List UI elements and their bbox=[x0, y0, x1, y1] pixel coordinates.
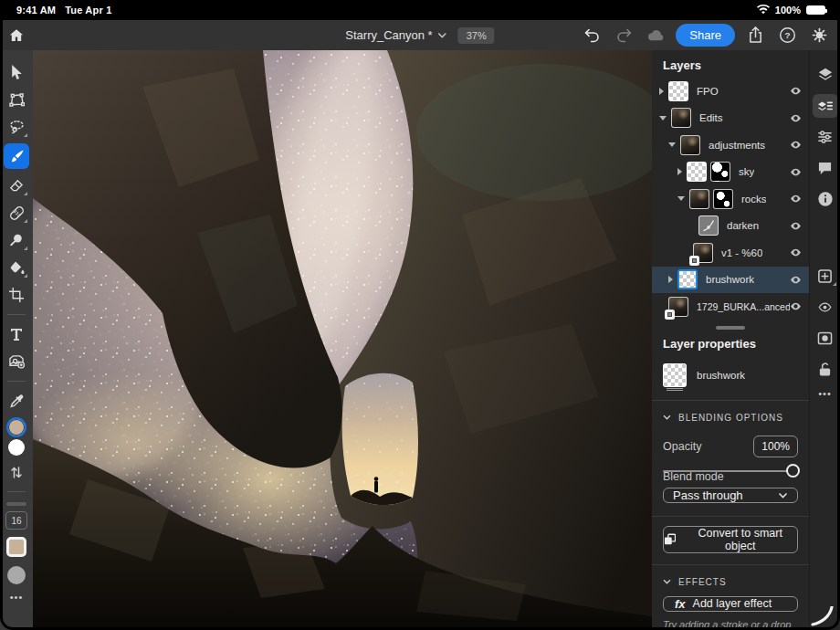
help-button[interactable]: ? bbox=[775, 24, 799, 47]
add-layer-button[interactable] bbox=[813, 264, 838, 288]
layer-row-adjustments[interactable]: adjustments bbox=[652, 131, 809, 159]
layer-mask-thumbnail[interactable] bbox=[713, 189, 733, 209]
chevron-down-icon bbox=[663, 415, 671, 420]
more-layer-actions[interactable]: ••• bbox=[818, 388, 832, 399]
brush-preview[interactable] bbox=[5, 564, 28, 586]
effects-hint-text: Try adding a stroke or a drop shadow. bbox=[652, 612, 809, 630]
layer-row-sky[interactable]: sky bbox=[652, 159, 809, 186]
layer-row-brushwork-selected[interactable]: brushwork bbox=[652, 267, 809, 294]
document-title-menu[interactable]: Starry_Canyon * bbox=[345, 24, 446, 47]
document-title: Starry_Canyon * bbox=[345, 28, 432, 42]
layer-row-1729[interactable]: 1729_BURKA...anced-NR33 bbox=[652, 293, 809, 320]
layer-name: sky bbox=[739, 166, 754, 177]
properties-layer-thumbnail bbox=[663, 363, 687, 387]
place-photo-tool[interactable] bbox=[5, 351, 28, 373]
more-tool-options[interactable]: ••• bbox=[10, 592, 24, 603]
opacity-value-field[interactable]: 100% bbox=[753, 436, 798, 457]
brush-color-chip[interactable] bbox=[5, 535, 28, 559]
redo-button[interactable] bbox=[612, 24, 635, 47]
share-button[interactable]: Share bbox=[676, 24, 735, 47]
compact-layers-view-icon[interactable] bbox=[813, 94, 838, 118]
layer-properties-icon[interactable] bbox=[813, 125, 838, 149]
visibility-eye-icon[interactable] bbox=[790, 274, 802, 286]
crop-tool[interactable] bbox=[5, 284, 28, 306]
expand-arrow-icon[interactable] bbox=[677, 168, 682, 175]
layer-thumbnail[interactable] bbox=[677, 269, 698, 289]
layer-row-rocks[interactable]: rocks bbox=[652, 185, 809, 213]
eyedropper-tool[interactable] bbox=[5, 390, 28, 412]
magnifier-tool[interactable] bbox=[5, 229, 28, 251]
layer-name: Edits bbox=[699, 112, 723, 123]
expand-arrow-icon[interactable] bbox=[668, 276, 673, 283]
home-button[interactable] bbox=[5, 24, 28, 47]
color-well[interactable] bbox=[5, 417, 28, 456]
collapse-arrow-icon[interactable] bbox=[677, 196, 685, 201]
settings-gear-icon[interactable] bbox=[807, 24, 831, 47]
layer-thumbnail[interactable] bbox=[680, 135, 700, 155]
layer-row-fpo[interactable]: FPO bbox=[652, 78, 809, 105]
layer-thumbnail[interactable] bbox=[671, 108, 691, 128]
type-tool[interactable] bbox=[5, 323, 28, 345]
convert-smart-object-button[interactable]: Convert to smart object bbox=[663, 526, 798, 553]
layers-view-icon[interactable] bbox=[813, 63, 838, 87]
add-layer-effect-button[interactable]: fx Add layer effect bbox=[663, 596, 798, 612]
swap-colors-icon[interactable] bbox=[5, 461, 28, 483]
blend-mode-dropdown[interactable]: Pass through bbox=[663, 488, 798, 503]
layer-name: adjustments bbox=[709, 140, 765, 151]
zoom-level-badge[interactable]: 37% bbox=[458, 27, 495, 44]
properties-layer-row: brushwork bbox=[652, 356, 809, 396]
layer-row-edits[interactable]: Edits bbox=[652, 105, 809, 132]
collapse-arrow-icon[interactable] bbox=[659, 116, 667, 121]
layer-thumbnail[interactable] bbox=[689, 189, 709, 209]
smart-object-thumbnail[interactable] bbox=[668, 297, 688, 317]
layer-mask-thumbnail[interactable] bbox=[710, 162, 730, 182]
svg-text:?: ? bbox=[784, 30, 790, 40]
visibility-eye-icon[interactable] bbox=[790, 112, 802, 124]
cloud-sync-icon[interactable] bbox=[644, 24, 667, 47]
expand-arrow-icon[interactable] bbox=[659, 88, 664, 95]
info-icon[interactable] bbox=[813, 187, 838, 211]
export-icon[interactable] bbox=[743, 24, 767, 47]
comments-icon[interactable] bbox=[813, 156, 838, 180]
layers-panel: Layers FPO Edits adjustments bbox=[652, 50, 809, 630]
brush-size-badge[interactable]: 16 bbox=[5, 511, 27, 530]
slider-knob[interactable] bbox=[786, 464, 800, 478]
canvas[interactable] bbox=[33, 50, 652, 630]
visibility-eye-icon[interactable] bbox=[790, 139, 802, 151]
blend-mode-label: Blend mode bbox=[652, 463, 809, 488]
smart-object-thumbnail[interactable] bbox=[693, 243, 713, 263]
move-tool[interactable] bbox=[5, 61, 28, 83]
collapse-arrow-icon[interactable] bbox=[668, 142, 676, 147]
visibility-eye-icon[interactable] bbox=[790, 300, 802, 312]
visibility-eye-icon[interactable] bbox=[790, 220, 802, 232]
fill-tool[interactable] bbox=[5, 257, 28, 278]
layer-row-darken[interactable]: darken bbox=[652, 213, 809, 240]
brush-tool[interactable] bbox=[4, 143, 29, 169]
layer-name: brushwork bbox=[706, 274, 754, 285]
brush-color-swatch bbox=[6, 537, 26, 557]
layer-name: FPO bbox=[697, 86, 719, 97]
layer-thumbnail[interactable] bbox=[687, 162, 707, 182]
layer-thumbnail[interactable] bbox=[668, 81, 688, 101]
layer-row-v1[interactable]: v1 - %60 bbox=[652, 239, 809, 267]
panel-resize-handle[interactable] bbox=[716, 326, 745, 330]
visibility-eye-icon[interactable] bbox=[790, 247, 802, 258]
undo-button[interactable] bbox=[580, 24, 604, 47]
tool-options-grip[interactable] bbox=[6, 502, 26, 506]
lasso-select-tool[interactable] bbox=[5, 116, 28, 138]
effects-header[interactable]: EFFECTS bbox=[652, 565, 809, 591]
lock-layer-button[interactable] bbox=[813, 357, 838, 381]
foreground-color[interactable] bbox=[6, 417, 26, 437]
transform-tool[interactable] bbox=[5, 89, 28, 110]
visibility-eye-icon[interactable] bbox=[790, 193, 802, 205]
background-color[interactable] bbox=[8, 439, 25, 456]
blending-options-header[interactable]: BLENDING OPTIONS bbox=[652, 401, 809, 426]
visibility-eye-icon[interactable] bbox=[790, 166, 802, 178]
healing-brush-tool[interactable] bbox=[5, 202, 28, 224]
visibility-eye-icon[interactable] bbox=[790, 85, 802, 97]
eraser-tool[interactable] bbox=[5, 174, 28, 196]
layer-visibility-button[interactable] bbox=[813, 295, 838, 319]
adjustment-layer-thumbnail[interactable] bbox=[698, 215, 719, 236]
layer-mask-button[interactable] bbox=[813, 326, 838, 350]
layer-properties-title: Layer properties bbox=[652, 331, 809, 356]
